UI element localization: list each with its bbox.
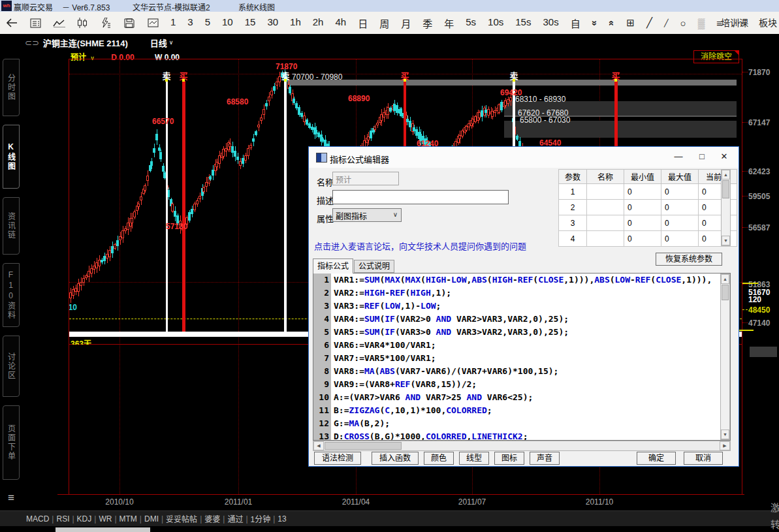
forum-link[interactable]: 点击进入麦语言论坛，向文华技术人员提问你遇到的问题 (314, 240, 526, 252)
cancel-button[interactable]: 取消 (684, 452, 723, 465)
bottom-tab-7[interactable]: 婆婆 (204, 513, 220, 524)
scrollbar-thumb[interactable] (722, 285, 729, 300)
quote-board-icon[interactable] (27, 16, 43, 30)
bottom-tab-10[interactable]: 13 (278, 514, 286, 524)
name-field[interactable]: 预计 (332, 172, 399, 185)
param-row[interactable]: 3000 (559, 215, 737, 231)
code-line-11[interactable]: 11B:=ZIGZAG(C,10,1)*100,COLORRED; (313, 404, 730, 417)
sidebar-item-news[interactable]: 资讯链 (3, 197, 20, 255)
scrollbar-thumb[interactable] (325, 442, 402, 450)
bottom-tab-2[interactable]: KDJ (77, 514, 92, 524)
param-cell[interactable]: 0 (699, 215, 737, 231)
period-9[interactable]: 日 (358, 16, 368, 30)
param-cell[interactable]: 0 (699, 184, 737, 200)
candlestick-icon[interactable] (74, 16, 90, 30)
horizontal-scrollbar-thumb[interactable] (56, 527, 150, 532)
code-line-9[interactable]: 9VAR9:=(VAR8+REF(VAR8,15))/2; (313, 378, 730, 391)
period-5[interactable]: 30 (267, 16, 278, 30)
link-icon[interactable]: ⊂⊃ (25, 38, 39, 48)
param-cell[interactable]: 0 (661, 215, 699, 231)
scroll-left-icon[interactable]: ◀ (313, 441, 324, 450)
period-0[interactable]: 1 (170, 16, 176, 30)
code-line-10[interactable]: 10A:=(VAR7>VAR6 AND VAR7>25 AND VAR6<25)… (313, 391, 730, 404)
maximize-button[interactable]: □ (692, 148, 712, 165)
sector-link[interactable]: 板块 (759, 16, 777, 29)
code-line-1[interactable]: 1VAR1:=SUM(MAX(MAX(HIGH-LOW,ABS(HIGH-REF… (313, 274, 730, 287)
minimize-button[interactable]: — (668, 148, 689, 165)
param-cell[interactable] (587, 184, 624, 200)
save-icon[interactable] (121, 16, 137, 30)
flash-order-icon[interactable] (98, 16, 114, 30)
bottom-tab-4[interactable]: MTM (119, 514, 137, 524)
param-cell[interactable]: 0 (699, 231, 737, 247)
restore-params-button[interactable]: 恢复系统参数 (656, 253, 722, 266)
close-button[interactable]: ✕ (714, 148, 735, 165)
period-14[interactable]: 5s (466, 16, 476, 30)
period-15[interactable]: 10s (488, 16, 503, 30)
period-caret-icon[interactable]: ∨ (169, 39, 174, 46)
trendline-draw-icon[interactable]: ╱ (646, 17, 652, 29)
period-7[interactable]: 2h (313, 16, 324, 30)
code-line-8[interactable]: 8VAR8:=MA(ABS(VAR7-VAR6)/(VAR7+VAR6)*100… (313, 365, 730, 378)
param-row[interactable]: 2000 (559, 200, 737, 215)
sidebar-item-forum[interactable]: 讨论区 (3, 336, 20, 397)
circle-draw-icon[interactable]: ○ (680, 18, 686, 29)
bottom-tab-9[interactable]: 1分钟 (251, 513, 271, 524)
period-1[interactable]: 3 (187, 16, 193, 30)
code-line-13[interactable]: 13D:CROSS(B,G)*1000,COLORRED,LINETHICK2; (313, 430, 730, 441)
code-line-2[interactable]: 2VAR2:=HIGH-REF(HIGH,1); (313, 287, 730, 300)
period-label[interactable]: 日线 (150, 37, 167, 49)
price-axis[interactable]: 7187067147624235950556587518635167012048… (742, 52, 779, 509)
param-cell[interactable]: 3 (559, 215, 587, 231)
formula-editor[interactable]: 1VAR1:=SUM(MAX(MAX(HIGH-LOW,ABS(HIGH-REF… (313, 273, 731, 441)
period-18[interactable]: 自 (571, 16, 580, 30)
period-16[interactable]: 15s (515, 16, 531, 30)
back-icon[interactable] (4, 16, 20, 30)
period-4[interactable]: 15 (245, 16, 256, 30)
param-cell[interactable]: 0 (624, 200, 661, 215)
sidebar-item-f10[interactable]: F10资料 (3, 263, 20, 327)
axis-scroll-block[interactable] (750, 347, 777, 357)
param-cell[interactable]: 0 (624, 231, 661, 247)
scroll-down-icon[interactable]: ▼ (722, 236, 730, 245)
param-cell[interactable]: 0 (661, 231, 699, 247)
parameter-table-scrollbar[interactable]: ▲ ▼ (721, 169, 731, 246)
scroll-up-icon[interactable]: ▲ (722, 170, 730, 180)
period-17[interactable]: 30s (543, 16, 558, 30)
code-line-7[interactable]: 7VAR7:=VAR5*100/VAR1; (313, 352, 730, 365)
dialog-title-bar[interactable]: 指标公式编辑器 — □ ✕ (309, 147, 739, 168)
param-cell[interactable] (587, 231, 624, 247)
bottom-tab-8[interactable]: 通过 (227, 513, 243, 524)
gradient-fill-icon[interactable]: ▒ (698, 18, 705, 29)
editor-vertical-scrollbar[interactable]: ▲ ▼ (720, 274, 730, 440)
param-cell[interactable]: 0 (624, 184, 661, 200)
param-cell[interactable]: 0 (661, 184, 699, 200)
sidebar-item-page-order[interactable]: 页面下单 (3, 405, 20, 480)
ok-button[interactable]: 确定 (637, 452, 676, 465)
tab-formula[interactable]: 指标公式 (313, 258, 353, 274)
code-line-4[interactable]: 4VAR4:=SUM(IF(VAR2>0 AND VAR2>VAR3,VAR2,… (313, 313, 730, 326)
color-button[interactable]: 颜色 (424, 452, 454, 465)
chart-window-icon[interactable] (145, 16, 161, 30)
param-cell[interactable]: 4 (559, 231, 587, 247)
collapse-panels-icon[interactable]: » (589, 20, 600, 25)
insert-function-button[interactable]: 插入函数 (372, 452, 419, 465)
period-11[interactable]: 月 (401, 16, 411, 30)
description-field[interactable] (332, 190, 509, 204)
expand-panels-icon[interactable]: « (607, 20, 618, 25)
code-line-5[interactable]: 5VAR5:=SUM(IF(VAR3>0 AND VAR3>VAR2,VAR3,… (313, 326, 730, 339)
sidebar-item-time-chart[interactable]: 分时图 (3, 59, 20, 116)
scroll-up-icon[interactable]: ▲ (721, 274, 729, 284)
grid-layout-icon[interactable]: ⊞ (626, 17, 635, 29)
param-cell[interactable]: 0 (661, 200, 699, 215)
scroll-right-icon[interactable]: ▶ (720, 441, 730, 450)
code-line-3[interactable]: 3VAR3:=REF(LOW,1)-LOW; (313, 300, 730, 313)
editor-horizontal-scrollbar[interactable]: ◀ ▶ (313, 441, 731, 451)
icon-button[interactable]: 图标 (494, 452, 524, 465)
line-chart-icon[interactable] (51, 16, 67, 30)
sound-button[interactable]: 声音 (530, 452, 560, 465)
param-row[interactable]: 1000 (559, 184, 737, 200)
bottom-tab-1[interactable]: RSI (56, 514, 69, 524)
symbol-title[interactable]: 沪铜主连(SHME 2114) (43, 37, 128, 49)
tab-formula-description[interactable]: 公式说明 (354, 260, 394, 273)
